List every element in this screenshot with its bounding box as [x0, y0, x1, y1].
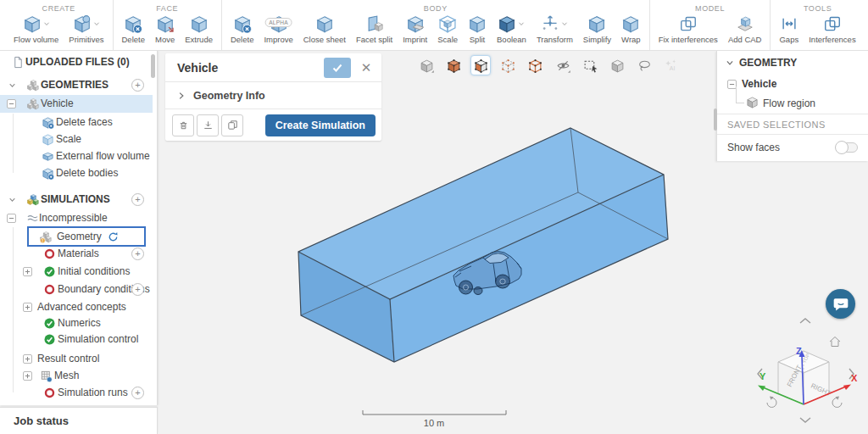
tree-item-geometry[interactable]: !Geometry	[0, 228, 153, 246]
toolbar-button-facet-split[interactable]: Facet split	[351, 14, 398, 50]
body-select-button[interactable]	[416, 55, 437, 75]
face-select-button[interactable]	[470, 55, 491, 75]
edge-select-button[interactable]	[526, 55, 546, 75]
toolbar-button-extrude[interactable]: Extrude	[180, 14, 218, 50]
chevron-down-icon[interactable]	[726, 58, 734, 67]
active-tree-item-outline[interactable]: !Geometry	[27, 226, 146, 247]
tree-item-external-flow-volume[interactable]: External flow volume	[0, 147, 153, 165]
tree-item-simulation-runs[interactable]: Simulation runs+	[0, 384, 153, 402]
create-simulation-button[interactable]: Create Simulation	[265, 114, 376, 136]
cluster-color-icon	[26, 193, 39, 206]
toolbar-button-scale[interactable]: Scale	[432, 14, 463, 50]
add-button[interactable]: +	[131, 387, 144, 399]
saved-selections-header: SAVED SELECTIONS	[727, 120, 826, 130]
toolbar-button-close-sheet[interactable]: Close sheet	[298, 14, 351, 50]
confirm-button[interactable]	[324, 58, 351, 78]
toolbar-button-wrap[interactable]: Wrap	[616, 14, 646, 50]
geometry-header: GEOMETRY	[739, 57, 797, 69]
toolbar-button-move[interactable]: Move	[150, 14, 180, 50]
tree-item-delete-faces[interactable]: Delete faces	[0, 114, 153, 131]
toolbar-button-primitives[interactable]: Primitives	[64, 14, 108, 50]
refresh-icon[interactable]	[108, 231, 119, 242]
home-icon[interactable]	[830, 337, 840, 347]
tree-item-uploaded-files-0-[interactable]: UPLOADED FILES (0)	[0, 53, 153, 71]
tree-item-advanced-concepts[interactable]: Advanced concepts	[0, 298, 153, 316]
tree-item-scale[interactable]: Scale	[0, 131, 153, 148]
toolbar-button-label: Add CAD	[728, 35, 762, 44]
toolbar-button-split[interactable]: Split	[463, 14, 492, 50]
tree-item-simulation-control[interactable]: Simulation control	[0, 331, 153, 348]
chevron-down-icon[interactable]	[8, 191, 16, 209]
tree-item-geometries[interactable]: GEOMETRIES+	[0, 76, 153, 94]
tree-item-label: Initial conditions	[58, 263, 130, 281]
rotate-cw-icon[interactable]	[832, 397, 842, 408]
add-button[interactable]: +	[131, 193, 144, 206]
geometry-panel: GEOMETRY Vehicle Flow region SAVED SELEC…	[716, 51, 868, 161]
add-button[interactable]: +	[131, 79, 144, 92]
vertex-select-button[interactable]	[498, 55, 519, 75]
copy-button[interactable]	[221, 114, 243, 136]
tree-item-materials[interactable]: Materials+	[0, 245, 153, 263]
close-button[interactable]: ✕	[358, 59, 375, 76]
tree-item-vehicle[interactable]: Vehicle	[0, 95, 153, 113]
toolbar-button-fix-interferences[interactable]: Fix interferences	[654, 14, 723, 50]
geometry-info-row[interactable]: Geometry Info	[165, 81, 381, 108]
hide-button[interactable]	[553, 55, 573, 75]
tree-item-simulations[interactable]: SIMULATIONS+	[0, 191, 153, 209]
nav-down-chevron[interactable]	[800, 418, 810, 422]
tree-item-boundary-conditions[interactable]: Boundary conditions+	[0, 281, 153, 298]
toolbar-button-label: Flow volume	[14, 35, 58, 44]
toolbar-button-simplify[interactable]: Simplify	[578, 14, 616, 50]
add-button[interactable]: +	[131, 283, 144, 296]
show-faces-toggle[interactable]	[836, 142, 858, 153]
sidebar-scrollbar[interactable]	[151, 54, 155, 78]
delete-button[interactable]	[172, 114, 194, 136]
toolbar-button-add-cad[interactable]: Add CAD	[723, 14, 767, 50]
navigation-cube[interactable]: FRONT RIGHT TOP Y X Z	[744, 315, 865, 432]
dropdown-chevron-icon[interactable]	[93, 18, 100, 30]
toolbar-button-delete[interactable]: Delete	[117, 14, 150, 50]
split-icon	[468, 14, 487, 33]
toolbar-button-label: Transform	[537, 35, 573, 44]
flow-region-label[interactable]: Flow region	[763, 97, 815, 109]
rotate-ccw-icon[interactable]	[767, 397, 776, 408]
tree-item-mesh[interactable]: Mesh	[0, 367, 153, 385]
job-status-bar[interactable]: Job status	[0, 407, 158, 434]
edge-select-icon	[528, 58, 542, 73]
toolbar-button-delete[interactable]: Delete	[225, 14, 259, 50]
toolbar-button-boolean[interactable]: Boolean	[492, 14, 531, 50]
vehicle-node-label[interactable]: Vehicle	[742, 78, 776, 90]
tree-item-delete-bodies[interactable]: Delete bodies	[0, 164, 153, 182]
toolbar-section-tools: TOOLSGapsInterferences	[771, 0, 864, 50]
tree-item-initial-conditions[interactable]: Initial conditions	[0, 263, 153, 281]
toolbar-button-imprint[interactable]: Imprint	[398, 14, 432, 50]
toolbar-button-gaps[interactable]: Gaps	[774, 14, 804, 50]
collapse-expander	[7, 99, 16, 108]
tree-item-result-control[interactable]: Result control	[0, 350, 153, 368]
add-button[interactable]: +	[131, 248, 144, 260]
tree-item-label: Vehicle	[41, 95, 74, 113]
download-button[interactable]	[197, 114, 219, 136]
toolbar-button-interferences[interactable]: Interferences	[804, 14, 860, 50]
right-panel-scrollbar[interactable]	[714, 108, 717, 131]
chat-support-button[interactable]	[826, 289, 855, 319]
volume-select-button[interactable]	[443, 55, 464, 75]
lasso-select-button[interactable]	[635, 55, 655, 75]
toolbar-button-improve[interactable]: ImproveALPHA	[259, 14, 298, 50]
flow-region-icon	[746, 96, 759, 111]
dropdown-chevron-icon[interactable]	[518, 18, 525, 30]
dropdown-chevron-icon[interactable]	[43, 18, 50, 30]
x-axis-label: X	[851, 373, 858, 383]
toolbar-button-label: Interferences	[809, 35, 855, 44]
toolbar-button-flow-volume[interactable]: Flow volume	[8, 14, 64, 50]
dropdown-chevron-icon[interactable]	[561, 18, 568, 30]
nav-up-chevron[interactable]	[800, 319, 810, 323]
isolate-button[interactable]	[607, 55, 627, 75]
toolbar-button-transform[interactable]: Transform	[531, 14, 578, 50]
tree-item-numerics[interactable]: Numerics	[0, 314, 153, 332]
tree-item-label: Incompressible	[39, 209, 108, 227]
chevron-down-icon[interactable]	[8, 76, 16, 94]
mesh-icon	[40, 370, 53, 382]
tree-item-incompressible[interactable]: Incompressible	[0, 209, 153, 227]
box-select-button[interactable]	[580, 55, 600, 75]
